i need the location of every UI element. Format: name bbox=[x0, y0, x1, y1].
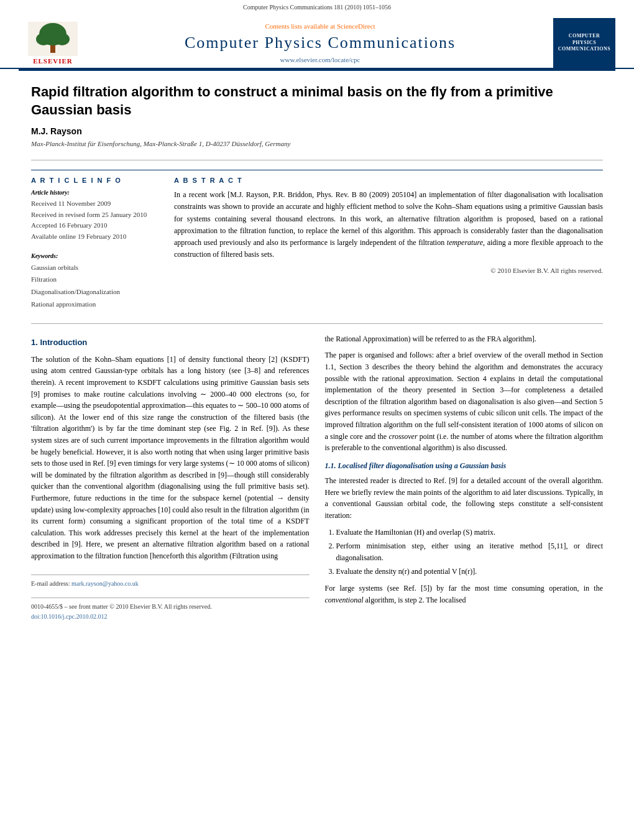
accepted-date: Accepted 16 February 2010 bbox=[31, 220, 155, 231]
citation-text: Computer Physics Communications 181 (201… bbox=[243, 4, 391, 11]
received-revised-date: Received in revised form 25 January 2010 bbox=[31, 210, 155, 221]
journal-header: ELSEVIER Contents lists available at Sci… bbox=[0, 12, 634, 69]
keywords-label: Keywords: bbox=[31, 252, 155, 259]
article-history-label: Article history: bbox=[31, 189, 155, 196]
abstract-heading: A B S T R A C T bbox=[174, 177, 603, 184]
body-divider bbox=[31, 323, 603, 324]
svg-point-4 bbox=[55, 33, 70, 45]
journal-center: Contents lists available at ScienceDirec… bbox=[87, 22, 553, 63]
body-col-left: 1. Introduction The solution of the Kohn… bbox=[31, 333, 310, 621]
intro-paragraph-col2-1: the Rational Approximation) will be refe… bbox=[325, 333, 604, 345]
keyword-1: Gaussian orbitals bbox=[31, 262, 155, 274]
section1-title: 1. Introduction bbox=[31, 336, 310, 349]
available-date: Available online 19 February 2010 bbox=[31, 231, 155, 242]
journal-logo-right: COMPUTER PHYSICSCOMMUNICATIONS bbox=[553, 18, 615, 68]
affiliation: Max-Planck-Institut für Eisenforschung, … bbox=[31, 140, 603, 147]
abstract-section: A B S T R A C T In a recent work [M.J. R… bbox=[174, 177, 603, 311]
journal-url[interactable]: www.elsevier.com/locate/cpc bbox=[99, 56, 541, 63]
abstract-text: In a recent work [M.J. Rayson, P.R. Brid… bbox=[174, 189, 603, 261]
footnote-area: E-mail address: mark.rayson@yahoo.co.uk bbox=[31, 575, 310, 589]
article-content: Rapid filtration algorithm to construct … bbox=[0, 71, 634, 634]
article-info-heading: A R T I C L E I N F O bbox=[31, 177, 155, 184]
page-wrapper: Computer Physics Communications 181 (201… bbox=[0, 0, 634, 840]
article-title: Rapid filtration algorithm to construct … bbox=[31, 83, 603, 119]
body-columns: 1. Introduction The solution of the Kohn… bbox=[31, 333, 603, 621]
elsevier-brand: ELSEVIER bbox=[33, 57, 73, 65]
keyword-2: Filtration bbox=[31, 274, 155, 286]
intro-paragraph-1: The solution of the Kohn–Sham equations … bbox=[31, 354, 310, 562]
copyright-text: © 2010 Elsevier B.V. All rights reserved… bbox=[174, 267, 603, 274]
elsevier-logo: ELSEVIER bbox=[19, 18, 87, 68]
journal-title: Computer Physics Communications bbox=[99, 34, 541, 52]
svg-point-5 bbox=[50, 24, 55, 29]
subsection-paragraph-1: The interested reader is directed to Ref… bbox=[325, 475, 604, 521]
received-date: Received 11 November 2009 bbox=[31, 198, 155, 210]
footer-doi[interactable]: doi:10.1016/j.cpc.2010.02.012 bbox=[31, 612, 310, 622]
sciencedirect-link: Contents lists available at ScienceDirec… bbox=[99, 22, 541, 30]
subsection-title-1-1: 1.1. Localised filter diagonalisation us… bbox=[325, 460, 604, 472]
keyword-3: Diagonalisation/Diagonalization bbox=[31, 286, 155, 298]
step-3: Evaluate the density n(r) and potential … bbox=[336, 566, 604, 578]
footer-bar: 0010-4655/$ – see front matter © 2010 El… bbox=[31, 598, 310, 621]
keyword-4: Rational approximation bbox=[31, 298, 155, 311]
citation-bar: Computer Physics Communications 181 (201… bbox=[0, 0, 634, 12]
step-2: Perform minimisation step, either using … bbox=[336, 540, 604, 564]
journal-logo-right-text: COMPUTER PHYSICSCOMMUNICATIONS bbox=[556, 33, 612, 52]
footnote-email-label: E-mail address: bbox=[31, 580, 70, 587]
elsevier-tree-svg bbox=[28, 22, 78, 56]
sciencedirect-name[interactable]: ScienceDirect bbox=[337, 22, 375, 30]
step-1: Evaluate the Hamiltonian (H) and overlap… bbox=[336, 527, 604, 538]
info-section: A R T I C L E I N F O Article history: R… bbox=[31, 170, 603, 311]
contents-label: Contents lists available at bbox=[265, 22, 335, 30]
footer-issn: 0010-4655/$ – see front matter © 2010 El… bbox=[31, 602, 310, 612]
steps-list: Evaluate the Hamiltonian (H) and overlap… bbox=[336, 527, 604, 578]
article-info-panel: A R T I C L E I N F O Article history: R… bbox=[31, 177, 155, 311]
author-name: M.J. Rayson bbox=[31, 126, 603, 136]
info-divider bbox=[31, 160, 603, 160]
after-list-text: For large systems (see Ref. [5]) by far … bbox=[325, 583, 604, 606]
body-col-right: the Rational Approximation) will be refe… bbox=[325, 333, 604, 621]
keywords-list: Gaussian orbitals Filtration Diagonalisa… bbox=[31, 262, 155, 311]
svg-point-3 bbox=[36, 33, 51, 45]
footnote-email[interactable]: mark.rayson@yahoo.co.uk bbox=[71, 580, 139, 587]
intro-paragraph-col2-2: The paper is organised and follows: afte… bbox=[325, 349, 604, 453]
